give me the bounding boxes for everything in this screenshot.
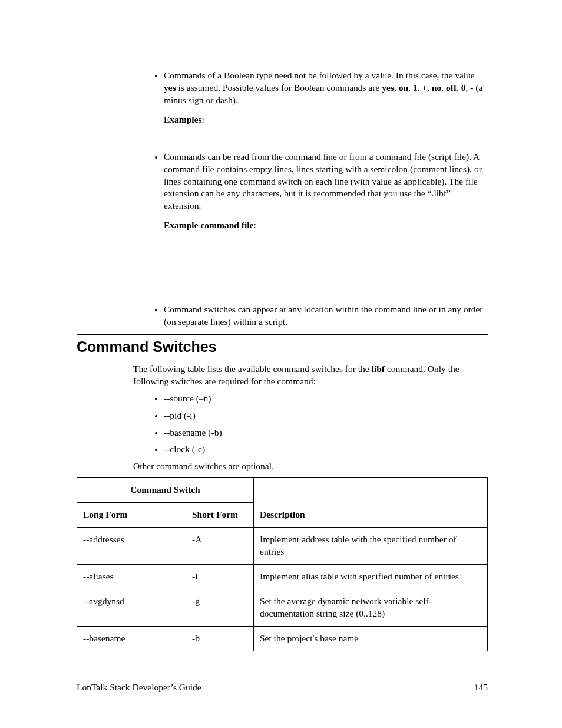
text: , xyxy=(457,83,461,93)
text: : xyxy=(202,114,204,124)
cell-short: -b xyxy=(186,626,254,651)
text: 0 xyxy=(461,83,466,93)
text: 1 xyxy=(413,83,418,93)
intro-paragraph: The following table lists the available … xyxy=(133,363,488,388)
cell-desc: Implement alias table with specified num… xyxy=(254,564,488,589)
text: Commands can be read from the command li… xyxy=(164,151,482,211)
table-row: --basename -b Set the project's base nam… xyxy=(77,626,488,651)
text: Command switches can appear at any locat… xyxy=(164,304,482,327)
text: is assumed. Possible values for Boolean … xyxy=(176,83,382,93)
required-switch-list: --source (–n) --pid (-i) --basename (-b)… xyxy=(77,393,488,456)
list-item: --pid (-i) xyxy=(164,410,488,422)
text: , xyxy=(394,83,399,93)
table-row: --aliases -L Implement alias table with … xyxy=(77,564,488,589)
cell-long: --aliases xyxy=(77,564,186,589)
text: off xyxy=(446,83,457,93)
example-command-file-label: Example command file xyxy=(164,220,253,230)
section-rule xyxy=(77,334,488,335)
text: --pid (-i) xyxy=(164,410,196,420)
table-header-description: Description xyxy=(254,478,488,528)
cell-short: -L xyxy=(186,564,254,589)
optional-note: Other command switches are optional. xyxy=(133,460,488,473)
cell-long: --addresses xyxy=(77,528,186,565)
page: Commands of a Boolean type need not be f… xyxy=(0,0,562,728)
text: on xyxy=(399,83,408,93)
text: , xyxy=(441,83,446,93)
bullet-switch-order: Command switches can appear at any locat… xyxy=(164,304,488,328)
spacer xyxy=(77,235,488,304)
table-header-long: Long Form xyxy=(77,503,186,528)
cell-desc: Set the average dynamic network variable… xyxy=(254,589,488,626)
footer-title: LonTalk Stack Developer’s Guide xyxy=(77,681,201,694)
text: yes xyxy=(382,83,394,93)
text: + xyxy=(422,83,427,93)
text: : xyxy=(253,220,256,230)
text: no xyxy=(432,83,441,93)
cell-desc: Set the project's base name xyxy=(254,626,488,651)
text: , xyxy=(408,83,413,93)
examples-label: Examples xyxy=(164,114,202,124)
text: --source (–n) xyxy=(164,393,211,403)
page-footer: LonTalk Stack Developer’s Guide 145 xyxy=(77,681,488,694)
bullet-boolean-commands: Commands of a Boolean type need not be f… xyxy=(164,70,488,126)
cell-short: -A xyxy=(186,528,254,565)
command-switch-table: Command Switch Description Long Form Sho… xyxy=(77,477,488,651)
text: The following table lists the available … xyxy=(133,364,372,374)
text: yes xyxy=(164,83,176,93)
top-bullet-list-3: Command switches can appear at any locat… xyxy=(77,304,488,328)
text: libf xyxy=(372,364,385,374)
top-bullet-list: Commands of a Boolean type need not be f… xyxy=(77,70,488,126)
examples-label-block: Examples: xyxy=(164,114,488,126)
example-command-file-label-block: Example command file: xyxy=(164,219,488,232)
cell-long: --avgdynsd xyxy=(77,589,186,626)
top-bullet-list-2: Commands can be read from the command li… xyxy=(77,151,488,232)
list-item: --clock (-c) xyxy=(164,443,488,456)
list-item: --source (–n) xyxy=(164,393,488,405)
cell-long: --basename xyxy=(77,626,186,651)
text: , xyxy=(427,83,432,93)
cell-short: -g xyxy=(186,589,254,626)
spacer xyxy=(77,130,488,151)
table-header-short: Short Form xyxy=(186,503,254,528)
bullet-command-file: Commands can be read from the command li… xyxy=(164,151,488,232)
table-header-group: Command Switch xyxy=(77,478,254,503)
cell-desc: Implement address table with the specifi… xyxy=(254,528,488,565)
text: --basename (-b) xyxy=(164,427,222,437)
text: --clock (-c) xyxy=(164,444,205,454)
section-heading: Command Switches xyxy=(77,337,488,357)
footer-page-number: 145 xyxy=(474,681,488,694)
table-header-row-1: Command Switch Description xyxy=(77,478,488,503)
table-row: --addresses -A Implement address table w… xyxy=(77,528,488,565)
table-row: --avgdynsd -g Set the average dynamic ne… xyxy=(77,589,488,626)
list-item: --basename (-b) xyxy=(164,427,488,439)
text: Commands of a Boolean type need not be f… xyxy=(164,70,475,80)
